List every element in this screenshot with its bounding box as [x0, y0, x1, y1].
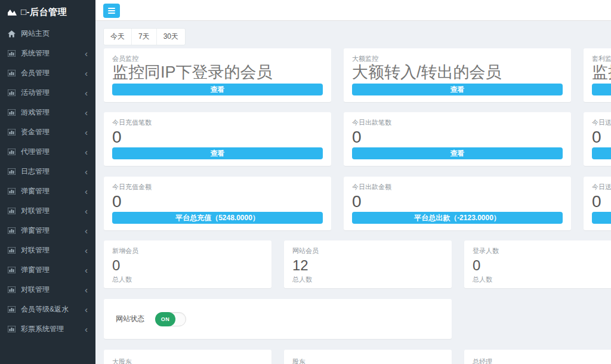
card-value: 0 [112, 258, 263, 273]
bar-chart-icon [8, 129, 16, 135]
card-member-monitor: 会员监控 监控同IP下登录的会员 查看 [104, 48, 331, 102]
sidebar-item-label: 弹窗管理 [21, 226, 50, 236]
card-value: 0 [112, 193, 323, 211]
card-title: 套利监控 [592, 55, 611, 63]
sidebar-item-member-level[interactable]: 会员等级&返水 ‹ [0, 300, 95, 319]
platform-total-withdraw-button[interactable]: 平台总出款（-2123.0000） [352, 212, 563, 224]
bar-chart-icon [8, 90, 16, 96]
amount-cards-row: 今日充值金额 0 平台总充值（5248.0000） 今日出款金额 0 平台总出款… [104, 177, 611, 230]
chevron-left-icon: ‹ [85, 246, 88, 255]
card-giveaway-amount: 今日送出 0 [584, 177, 611, 230]
site-status-label: 网站状态 [116, 314, 144, 324]
card-login-count: 登录人数 0 总人数 [464, 240, 611, 288]
bar-chart-icon [8, 326, 16, 332]
sidebar-item-home[interactable]: 网站主页 [0, 24, 95, 44]
bar-chart-icon [8, 168, 16, 175]
sidebar-item-label: 弹窗管理 [21, 265, 50, 275]
sidebar-item-label: 资金管理 [21, 127, 50, 137]
card-subtitle: 总人数 [112, 275, 263, 284]
filter-7days-button[interactable]: 7天 [132, 29, 157, 45]
chevron-left-icon: ‹ [85, 325, 88, 334]
filter-today-button[interactable]: 今天 [104, 29, 132, 45]
sidebar-item-label: 代理管理 [21, 147, 50, 157]
card-value: 12 [292, 258, 443, 273]
count-cards-row: 今日充值笔数 0 查看 今日出款笔数 0 查看 今日送出 0 [104, 112, 611, 166]
card-value: 0 [352, 193, 563, 211]
view-button[interactable]: 查看 [112, 147, 323, 159]
app-logo: □-后台管理 [0, 0, 95, 24]
top-header [95, 0, 611, 21]
chevron-left-icon: ‹ [85, 266, 88, 274]
sidebar-item-couplet[interactable]: 对联管理 ‹ [0, 201, 95, 221]
chevron-left-icon: ‹ [85, 167, 88, 176]
card-withdraw-amount: 今日出款金额 0 平台总出款（-2123.0000） [344, 177, 571, 230]
sidebar-item-popup-3[interactable]: 弹窗管理 ‹ [0, 260, 95, 280]
toggle-on-pill: ON [155, 312, 175, 326]
card-value: 0 [112, 128, 323, 147]
card-new-members: 新增会员 0 总人数 [104, 240, 271, 288]
sidebar-item-popup-2[interactable]: 弹窗管理 ‹ [0, 221, 95, 240]
chevron-left-icon: ‹ [85, 206, 88, 215]
sidebar-item-log[interactable]: 日志管理 ‹ [0, 162, 95, 181]
sidebar-toggle-button[interactable] [103, 4, 120, 18]
card-deposit-count: 今日充值笔数 0 查看 [104, 112, 331, 166]
sidebar-item-label: 对联管理 [21, 206, 50, 216]
chevron-left-icon: ‹ [85, 305, 88, 314]
card-title: 总经理 [473, 358, 611, 364]
sidebar-item-label: 系统管理 [21, 48, 50, 58]
card-title: 会员监控 [112, 55, 323, 63]
stat-cards-row: 新增会员 0 总人数 网站会员 12 总人数 登录人数 0 总人数 [104, 240, 611, 288]
bar-chart-icon [8, 70, 16, 76]
sidebar-item-label: 游戏管理 [21, 107, 50, 118]
view-button[interactable]: 查看 [352, 84, 563, 95]
card-title: 大额监控 [352, 55, 563, 63]
card-site-members: 网站会员 12 总人数 [284, 240, 452, 288]
card-value: 0 [473, 258, 611, 273]
platform-total-button[interactable] [592, 212, 611, 224]
date-filter-group: 今天 7天 30天 [104, 29, 185, 45]
sidebar-item-member[interactable]: 会员管理 ‹ [0, 63, 95, 83]
card-description: 监控同IP下登录的会员 [112, 63, 323, 82]
view-button[interactable] [592, 147, 611, 159]
sidebar-item-game[interactable]: 游戏管理 ‹ [0, 103, 95, 122]
card-title: 今日送出 [592, 119, 611, 127]
card-title: 今日出款笔数 [352, 119, 563, 127]
sidebar-item-label: 日志管理 [21, 166, 50, 177]
app-title: □-后台管理 [21, 7, 67, 18]
sidebar-item-lottery[interactable]: 彩票系统管理 ‹ [0, 319, 95, 339]
chevron-left-icon: ‹ [85, 69, 88, 78]
card-large-amount-monitor: 大额监控 大额转入/转出的会员 查看 [344, 48, 571, 102]
bar-chart-icon [8, 227, 16, 234]
view-button[interactable] [592, 84, 611, 95]
platform-total-deposit-button[interactable]: 平台总充值（5248.0000） [112, 212, 323, 224]
site-status-toggle[interactable]: ON [155, 312, 186, 326]
card-title: 新增会员 [112, 247, 263, 255]
sidebar-item-couplet-3[interactable]: 对联管理 ‹ [0, 280, 95, 300]
filter-30days-button[interactable]: 30天 [157, 29, 185, 45]
card-description: 大额转入/转出的会员 [352, 63, 563, 82]
monitor-cards-row: 会员监控 监控同IP下登录的会员 查看 大额监控 大额转入/转出的会员 查看 套… [104, 48, 611, 102]
sidebar-item-activity[interactable]: 活动管理 ‹ [0, 83, 95, 103]
area-chart-icon [7, 8, 17, 16]
card-description: 监控 [592, 63, 611, 82]
sidebar-item-label: 对联管理 [21, 245, 50, 255]
view-button[interactable]: 查看 [112, 84, 323, 95]
sidebar-item-label: 对联管理 [21, 285, 50, 295]
sidebar-item-label: 网站主页 [21, 29, 50, 39]
card-title: 登录人数 [473, 247, 611, 255]
card-subtitle: 总人数 [473, 275, 611, 284]
sidebar-item-agent[interactable]: 代理管理 ‹ [0, 142, 95, 162]
sidebar-item-system[interactable]: 系统管理 ‹ [0, 44, 95, 63]
chevron-left-icon: ‹ [85, 128, 88, 137]
card-title: 今日出款金额 [352, 183, 563, 191]
bar-chart-icon [8, 50, 16, 57]
chevron-left-icon: ‹ [85, 49, 88, 58]
role-cards-row: 大股东 股东 总经理 [104, 350, 611, 364]
sidebar-item-couplet-2[interactable]: 对联管理 ‹ [0, 240, 95, 260]
card-general-manager: 总经理 [464, 350, 611, 364]
sidebar-item-funds[interactable]: 资金管理 ‹ [0, 122, 95, 142]
admin-dashboard: □-后台管理 网站主页 系统管理 ‹ 会员管理 ‹ 活动管理 ‹ 游戏管理 ‹ [0, 0, 611, 364]
sidebar-item-popup[interactable]: 弹窗管理 ‹ [0, 181, 95, 201]
view-button[interactable]: 查看 [352, 147, 563, 159]
bar-chart-icon [8, 286, 16, 293]
